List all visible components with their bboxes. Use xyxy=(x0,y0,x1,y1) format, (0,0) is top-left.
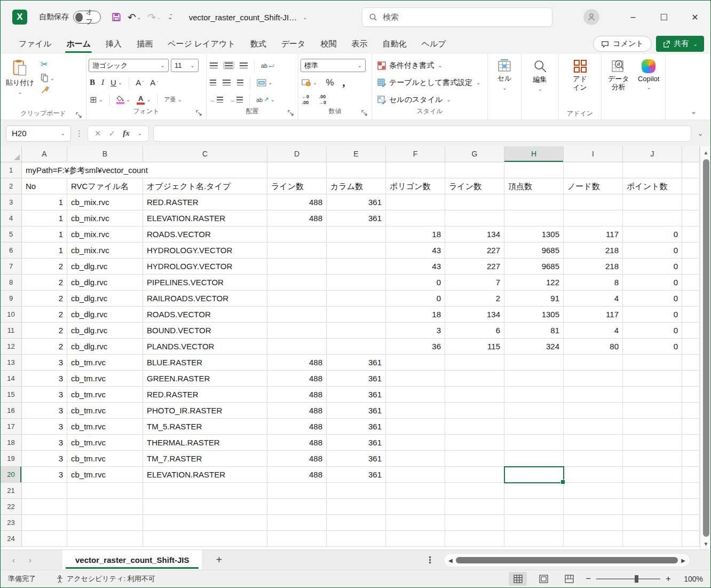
name-box[interactable]: H20 ⌄ xyxy=(6,126,71,142)
cell-A15[interactable]: 3 xyxy=(22,387,67,403)
cell-B9[interactable]: cb_dlg.rvc xyxy=(67,291,143,307)
cell-G19[interactable] xyxy=(445,451,504,467)
cell-D18[interactable]: 488 xyxy=(267,435,327,451)
font-dialog-launcher[interactable] xyxy=(196,110,202,116)
row-header-20[interactable]: 20 xyxy=(1,467,22,483)
collapse-ribbon-button[interactable]: ⌄ xyxy=(691,107,697,115)
cell-E13[interactable]: 361 xyxy=(327,355,386,371)
cell-C9[interactable]: RAILROADS.VECTOR xyxy=(143,291,267,307)
cell-I22[interactable] xyxy=(564,499,623,515)
cell-C5[interactable]: ROADS.VECTOR xyxy=(143,226,267,242)
cell-G3[interactable] xyxy=(445,194,504,210)
cell-H2[interactable]: 頂点数 xyxy=(504,178,564,194)
normal-view-button[interactable] xyxy=(509,572,527,586)
cell-E4[interactable]: 361 xyxy=(327,210,386,226)
cell-C3[interactable]: RED.RASTER xyxy=(143,194,267,210)
zoom-slider-thumb[interactable] xyxy=(635,575,638,583)
font-name-select[interactable]: 游ゴシック⌄ xyxy=(89,59,169,72)
add-sheet-button[interactable]: + xyxy=(202,550,236,570)
autosave-toggle[interactable]: オフ xyxy=(73,11,101,23)
copy-button[interactable]: ⌄ xyxy=(40,73,56,83)
cell-F22[interactable] xyxy=(386,499,445,515)
cell-F23[interactable] xyxy=(386,515,445,531)
cell-B16[interactable]: cb_tm.rvc xyxy=(67,403,143,419)
bold-button[interactable]: B xyxy=(89,77,96,88)
percent-style-button[interactable]: % xyxy=(325,77,335,89)
minimize-button[interactable]: – xyxy=(618,1,649,34)
cell-A17[interactable]: 3 xyxy=(22,419,67,435)
horizontal-scroll-thumb[interactable] xyxy=(456,557,678,563)
cell-partial-7[interactable] xyxy=(682,258,700,275)
cell-J21[interactable] xyxy=(623,483,682,499)
cell-F6[interactable]: 43 xyxy=(386,242,445,258)
cell-C2[interactable]: オブジェクト名.タイプ xyxy=(143,178,267,194)
row-header-15[interactable]: 15 xyxy=(1,387,22,403)
cell-partial-1[interactable] xyxy=(682,162,700,178)
conditional-formatting-button[interactable]: 条件付き書式 ⌄ xyxy=(377,58,485,73)
cell-J16[interactable] xyxy=(623,403,682,419)
cell-partial-11[interactable] xyxy=(682,323,700,339)
cell-D19[interactable]: 488 xyxy=(267,451,327,467)
cell-A20[interactable]: 3 xyxy=(22,467,67,483)
cell-H1[interactable] xyxy=(504,162,564,178)
cell-J6[interactable]: 0 xyxy=(623,242,682,258)
row-header-10[interactable]: 10 xyxy=(1,307,22,323)
phonetic-guide-button[interactable]: ア亜⌄ xyxy=(163,95,184,104)
cell-F24[interactable] xyxy=(386,531,445,547)
cell-partial-21[interactable] xyxy=(682,483,700,499)
cell-F14[interactable] xyxy=(386,371,445,387)
cell-I11[interactable]: 4 xyxy=(564,323,623,339)
cell-C1[interactable] xyxy=(143,162,267,178)
copilot-button[interactable]: Copilot ⌄ xyxy=(634,57,663,120)
close-button[interactable]: ✕ xyxy=(680,1,710,34)
cell-D10[interactable] xyxy=(267,307,327,323)
cell-D11[interactable] xyxy=(267,323,327,339)
merge-center-button[interactable]: ⌄ xyxy=(256,79,273,87)
cell-G24[interactable] xyxy=(445,531,504,547)
cell-partial-13[interactable] xyxy=(682,355,700,371)
cell-E3[interactable]: 361 xyxy=(327,194,386,210)
cell-C11[interactable]: BOUND.VECTOR xyxy=(143,323,267,339)
cell-I13[interactable] xyxy=(564,355,623,371)
cell-I20[interactable] xyxy=(564,467,623,483)
cell-J20[interactable] xyxy=(623,467,682,483)
cell-I7[interactable]: 218 xyxy=(564,258,623,275)
cell-J8[interactable]: 0 xyxy=(623,275,682,291)
cell-G7[interactable]: 227 xyxy=(445,258,504,275)
cell-D6[interactable] xyxy=(267,242,327,258)
vertical-scrollbar[interactable]: ▲ ▼ xyxy=(700,146,710,550)
font-color-button[interactable]: A ⌄ xyxy=(136,95,152,105)
paste-button[interactable]: 貼り付け ⌄ xyxy=(3,57,37,109)
currency-format-button[interactable]: ⌄ xyxy=(301,79,318,87)
cell-H11[interactable]: 81 xyxy=(504,323,564,339)
cell-A14[interactable]: 3 xyxy=(22,371,67,387)
cell-J13[interactable] xyxy=(623,355,682,371)
increase-indent-button[interactable]: → xyxy=(228,96,244,104)
cell-C24[interactable] xyxy=(143,531,267,547)
font-size-select[interactable]: 11⌄ xyxy=(171,59,199,72)
cell-G11[interactable]: 6 xyxy=(445,323,504,339)
cell-B4[interactable]: cb_mix.rvc xyxy=(67,210,143,226)
ribbon-tab-表示[interactable]: 表示 xyxy=(344,35,375,54)
cell-H24[interactable] xyxy=(504,531,564,547)
row-header-2[interactable]: 2 xyxy=(1,178,22,194)
cell-E14[interactable]: 361 xyxy=(327,371,386,387)
cell-G14[interactable] xyxy=(445,371,504,387)
cell-G18[interactable] xyxy=(445,435,504,451)
decrease-decimal-button[interactable]: .00→0 xyxy=(318,94,327,106)
scroll-right-icon[interactable]: ▶ xyxy=(681,558,685,563)
cell-I15[interactable] xyxy=(564,387,623,403)
cell-I12[interactable]: 80 xyxy=(564,339,623,355)
addins-button[interactable]: アドイン xyxy=(567,57,594,109)
cell-E22[interactable] xyxy=(327,499,386,515)
cell-A5[interactable]: 1 xyxy=(22,226,67,242)
borders-button[interactable]: ⊞⌄ xyxy=(89,94,104,105)
cell-A22[interactable] xyxy=(22,499,67,515)
row-header-3[interactable]: 3 xyxy=(1,194,22,210)
column-header-I[interactable]: I xyxy=(564,146,623,162)
cell-A1[interactable]: myPath=F:¥参考sml¥vector_count xyxy=(22,162,67,178)
cell-I17[interactable] xyxy=(564,419,623,435)
cell-I1[interactable] xyxy=(564,162,623,178)
cell-G10[interactable]: 134 xyxy=(445,307,504,323)
cell-partial-4[interactable] xyxy=(682,210,700,226)
